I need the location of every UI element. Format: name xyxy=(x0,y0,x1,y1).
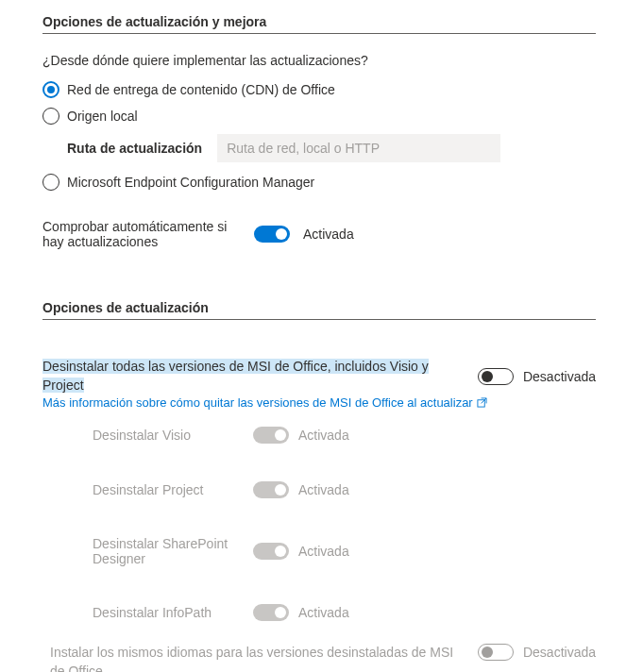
auto-check-row: Comprobar automáticamente si hay actuali… xyxy=(42,219,596,249)
radio-local[interactable]: Origen local xyxy=(42,108,596,125)
radio-icon xyxy=(42,81,59,98)
uninstall-msi-toggle[interactable] xyxy=(478,368,514,385)
uninstall-sharepoint-row: Desinstalar SharePoint Designer Activada xyxy=(93,536,596,566)
install-langs-toggle[interactable] xyxy=(478,644,514,661)
toggle-status: Desactivada xyxy=(523,369,596,384)
toggle-status: Activada xyxy=(303,227,354,242)
install-langs-label: Instalar los mismos idiomas para las ver… xyxy=(50,644,465,672)
local-path-row: Ruta de actualización xyxy=(67,134,596,162)
uninstall-visio-toggle[interactable] xyxy=(253,427,289,444)
radio-icon xyxy=(42,174,59,191)
uninstall-infopath-toggle[interactable] xyxy=(253,604,289,621)
toggle-status: Activada xyxy=(298,544,349,559)
radio-label: Microsoft Endpoint Configuration Manager xyxy=(67,175,314,190)
toggle-status: Activada xyxy=(298,605,349,620)
radio-mecm[interactable]: Microsoft Endpoint Configuration Manager xyxy=(42,174,596,191)
path-label: Ruta de actualización xyxy=(67,141,202,156)
radio-label: Origen local xyxy=(67,109,138,124)
sub-label: Desinstalar InfoPath xyxy=(93,605,253,620)
radio-label: Red de entrega de contenido (CDN) de Off… xyxy=(67,82,335,97)
uninstall-infopath-row: Desinstalar InfoPath Activada xyxy=(93,604,596,621)
uninstall-project-row: Desinstalar Project Activada xyxy=(93,481,596,498)
section-update-upgrade: Opciones de actualización y mejora ¿Desd… xyxy=(42,14,596,249)
toggle-status: Activada xyxy=(298,428,349,443)
radio-icon xyxy=(42,108,59,125)
radio-cdn[interactable]: Red de entrega de contenido (CDN) de Off… xyxy=(42,81,596,98)
external-link-icon xyxy=(477,397,487,408)
divider xyxy=(42,33,596,34)
toggle-status: Activada xyxy=(298,482,349,497)
section-title: Opciones de actualización xyxy=(42,300,596,315)
uninstall-msi-row: Desinstalar todas las versiones de MSI d… xyxy=(42,358,596,395)
uninstall-visio-row: Desinstalar Visio Activada xyxy=(93,427,596,444)
uninstall-msi-label: Desinstalar todas las versiones de MSI d… xyxy=(42,358,478,395)
uninstall-project-toggle[interactable] xyxy=(253,481,289,498)
sub-label: Desinstalar SharePoint Designer xyxy=(93,536,253,566)
sub-label: Desinstalar Visio xyxy=(93,428,253,443)
install-langs-row: Instalar los mismos idiomas para las ver… xyxy=(50,644,596,672)
uninstall-sharepoint-toggle[interactable] xyxy=(253,543,289,560)
auto-check-label: Comprobar automáticamente si hay actuali… xyxy=(42,219,241,249)
msi-info-link[interactable]: Más información sobre cómo quitar las ve… xyxy=(42,395,487,410)
question-label: ¿Desde dónde quiere implementar las actu… xyxy=(42,53,596,68)
section-update-options: Opciones de actualización Desinstalar to… xyxy=(42,300,596,672)
divider xyxy=(42,319,596,320)
toggle-status: Desactivada xyxy=(523,645,596,660)
auto-check-toggle[interactable] xyxy=(254,226,290,243)
path-input[interactable] xyxy=(217,134,500,162)
sub-label: Desinstalar Project xyxy=(93,482,253,497)
section-title: Opciones de actualización y mejora xyxy=(42,14,596,29)
